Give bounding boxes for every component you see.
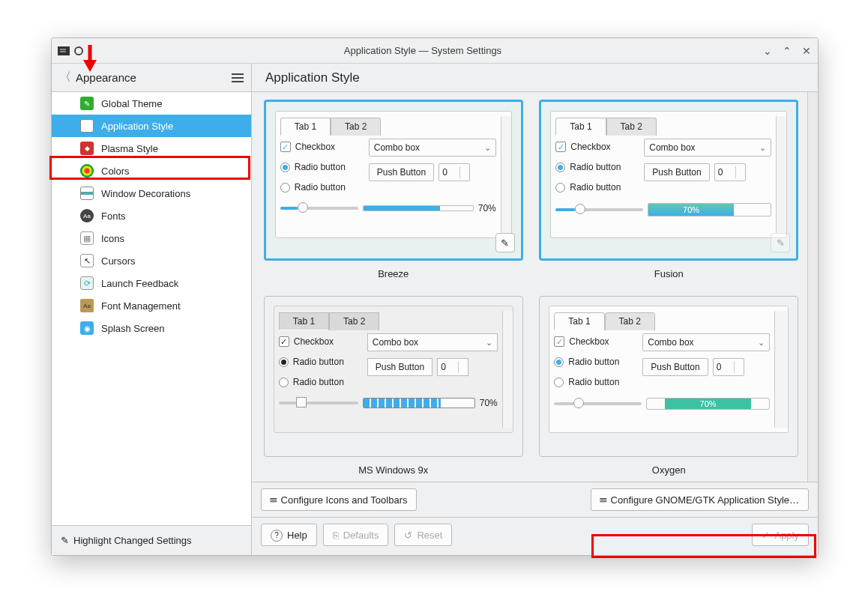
progress-bar: 70% [646, 398, 770, 410]
checkbox[interactable] [554, 336, 564, 347]
pin-icon[interactable] [74, 46, 83, 55]
push-button[interactable]: Push Button [369, 163, 434, 181]
content-scrollbar[interactable] [807, 92, 818, 482]
progress-label: 70% [478, 203, 496, 213]
spin-box[interactable]: 0 [438, 163, 470, 181]
style-card-oxygen[interactable]: Tab 1 Tab 2 Checkbox Radio button Radio … [539, 296, 798, 457]
sidebar-item-splash-screen[interactable]: Splash Screen [52, 317, 251, 339]
style-preview: Tab 1 Tab 2 Checkbox Radio button Radio … [275, 111, 512, 238]
tab-1[interactable]: Tab 1 [554, 312, 604, 330]
slider[interactable] [554, 402, 642, 405]
defaults-icon [333, 530, 339, 541]
checkbox[interactable] [280, 142, 291, 152]
checkbox[interactable] [555, 142, 566, 152]
reset-button[interactable]: Reset [394, 524, 452, 546]
radio-1[interactable] [554, 357, 564, 367]
combo-box[interactable]: Combo box [642, 333, 770, 351]
radio-2[interactable] [554, 378, 564, 387]
preview-scrollbar[interactable] [776, 116, 786, 233]
sidebar-item-window-decorations[interactable]: Window Decorations [52, 182, 251, 204]
push-button[interactable]: Push Button [642, 358, 708, 376]
apply-button[interactable]: Apply [752, 524, 809, 546]
help-button[interactable]: Help [261, 524, 317, 546]
radio-1[interactable] [280, 163, 290, 172]
radio-2[interactable] [555, 183, 565, 193]
tab-1[interactable]: Tab 1 [555, 118, 606, 136]
app-menu-icon[interactable] [58, 46, 70, 55]
radio-2[interactable] [280, 183, 290, 193]
sidebar-item-icons[interactable]: Icons [52, 227, 251, 249]
preview-scrollbar[interactable] [774, 311, 788, 428]
defaults-button[interactable]: Defaults [323, 524, 389, 546]
sidebar: 〈 Appearance Global Theme Application St… [52, 64, 252, 555]
slider[interactable] [280, 207, 358, 210]
fonts-icon [80, 209, 94, 222]
preview-scrollbar[interactable] [502, 311, 513, 428]
push-button[interactable]: Push Button [644, 163, 709, 181]
sidebar-item-application-style[interactable]: Application Style [52, 115, 251, 137]
combo-box[interactable]: Combo box [369, 139, 496, 157]
style-preview: Tab 1 Tab 2 Checkbox Radio button Radio … [549, 306, 789, 433]
style-card-breeze[interactable]: Tab 1 Tab 2 Checkbox Radio button Radio … [264, 100, 523, 261]
tab-2[interactable]: Tab 2 [329, 312, 379, 330]
tab-2[interactable]: Tab 2 [606, 118, 657, 136]
combo-box[interactable]: Combo box [644, 139, 771, 157]
plasma-style-icon [80, 142, 94, 155]
sidebar-item-plasma-style[interactable]: Plasma Style [52, 137, 251, 160]
hamburger-icon[interactable] [232, 73, 244, 82]
sidebar-title[interactable]: Appearance [76, 71, 232, 84]
tab-2[interactable]: Tab 2 [331, 118, 381, 136]
style-name: Breeze [378, 268, 409, 279]
progress-label: 70% [480, 398, 498, 408]
slider[interactable] [279, 402, 358, 405]
sidebar-item-font-management[interactable]: Font Management [52, 294, 251, 317]
preview-scrollbar[interactable] [501, 116, 511, 233]
minimize-button[interactable]: ⌄ [762, 46, 773, 56]
nav-label: Cursors [101, 255, 136, 267]
edit-style-button[interactable]: ✎ [771, 233, 790, 252]
sliders-icon [271, 494, 277, 506]
edit-style-button[interactable]: ✎ [495, 233, 515, 252]
configure-gtk-button[interactable]: Configure GNOME/GTK Application Style… [591, 488, 809, 511]
slider[interactable] [555, 208, 643, 211]
sidebar-item-fonts[interactable]: Fonts [52, 204, 251, 227]
content: Application Style Tab 1 Tab 2 [252, 64, 818, 555]
radio-label: Radio button [295, 162, 346, 172]
progress-bar [363, 398, 475, 408]
sidebar-item-cursors[interactable]: Cursors [52, 249, 251, 272]
back-icon[interactable]: 〈 [59, 70, 71, 85]
close-button[interactable]: ✕ [801, 46, 812, 56]
check-icon [762, 530, 770, 541]
sidebar-item-colors[interactable]: Colors [52, 160, 251, 182]
tab-2[interactable]: Tab 2 [605, 312, 655, 330]
window-decorations-icon [80, 187, 94, 200]
tab-1[interactable]: Tab 1 [279, 312, 329, 330]
style-card-fusion[interactable]: Tab 1 Tab 2 Checkbox Radio button Radio … [539, 100, 798, 261]
nav-label: Application Style [101, 121, 173, 132]
sliders-icon [600, 494, 606, 506]
nav-label: Launch Feedback [101, 278, 178, 289]
tab-1[interactable]: Tab 1 [280, 118, 331, 136]
radio-1[interactable] [555, 163, 565, 172]
page-title: Application Style [252, 64, 818, 92]
window: Application Style — System Settings ⌄ ⌃ … [51, 37, 819, 556]
style-preview: Tab 1 Tab 2 Checkbox Radio button Radio … [274, 306, 513, 433]
nav-label: Plasma Style [101, 143, 158, 154]
spin-box[interactable]: 0 [437, 358, 468, 376]
radio-1[interactable] [279, 357, 289, 367]
radio-2[interactable] [279, 378, 289, 387]
splash-screen-icon [80, 321, 94, 335]
sidebar-item-global-theme[interactable]: Global Theme [52, 92, 251, 115]
push-button[interactable]: Push Button [367, 358, 433, 376]
spin-box[interactable]: 0 [713, 358, 744, 376]
nav-label: Font Management [101, 300, 181, 312]
combo-box[interactable]: Combo box [367, 333, 498, 351]
maximize-button[interactable]: ⌃ [782, 46, 792, 56]
checkbox[interactable] [279, 336, 289, 347]
sidebar-item-launch-feedback[interactable]: Launch Feedback [52, 272, 251, 294]
configure-icons-button[interactable]: Configure Icons and Toolbars [261, 488, 417, 511]
spin-box[interactable]: 0 [714, 163, 746, 181]
style-card-windows9x[interactable]: Tab 1 Tab 2 Checkbox Radio button Radio … [264, 296, 523, 457]
font-management-icon [80, 299, 94, 312]
highlight-changed-button[interactable]: Highlight Changed Settings [52, 525, 251, 555]
